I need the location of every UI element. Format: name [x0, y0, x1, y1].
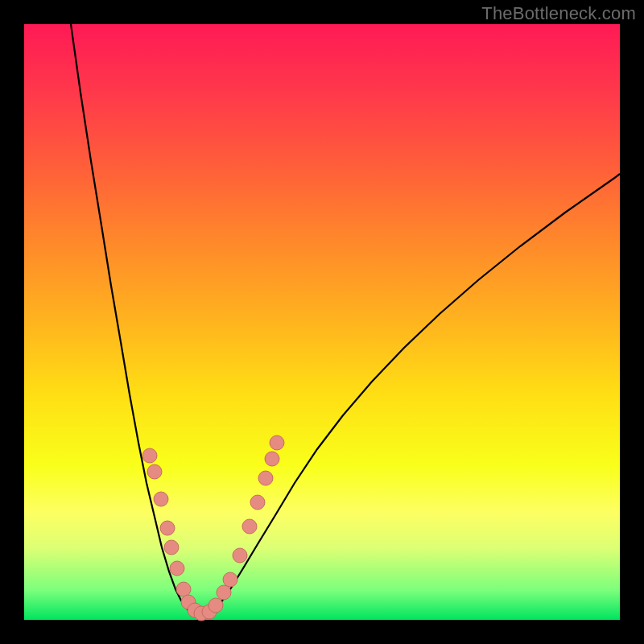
data-dot [258, 471, 273, 485]
data-dot [242, 519, 257, 534]
curve-overlay [24, 24, 620, 620]
curve-right [201, 174, 620, 617]
data-dots [142, 436, 284, 621]
curve-left [71, 24, 201, 617]
data-dot [223, 572, 237, 587]
data-dot [270, 436, 284, 450]
data-dot [208, 598, 223, 613]
data-dot [147, 464, 162, 479]
chart-frame: TheBottleneck.com [0, 0, 644, 644]
data-dot [233, 548, 247, 563]
data-dot [164, 540, 179, 555]
data-dot [265, 452, 279, 466]
data-dot [176, 582, 191, 597]
data-dot [142, 448, 157, 463]
data-dot [217, 585, 231, 600]
plot-area [24, 24, 620, 620]
data-dot [170, 561, 184, 576]
data-dot [250, 495, 265, 510]
data-dot [154, 492, 168, 506]
watermark-text: TheBottleneck.com [481, 3, 636, 24]
data-dot [160, 521, 175, 535]
